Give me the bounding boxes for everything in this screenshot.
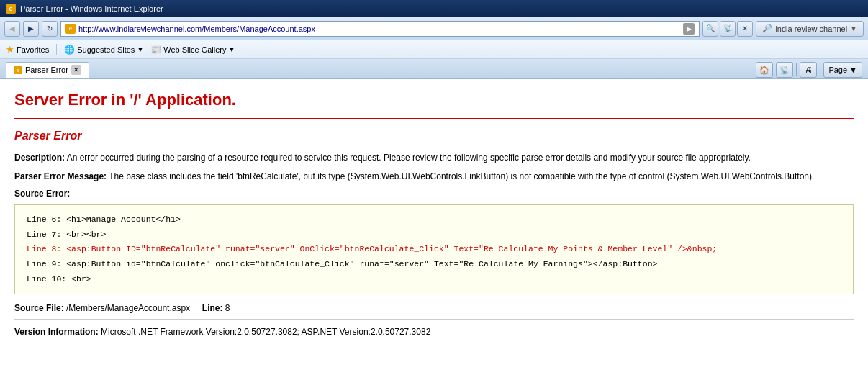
stop-button[interactable]: ✕ bbox=[737, 21, 753, 37]
version-info-label: Version Information: bbox=[14, 327, 99, 337]
rss-button[interactable]: 📡 bbox=[720, 21, 736, 37]
server-error-title: Server Error in '/' Application. bbox=[14, 91, 854, 119]
rss-feed-button[interactable]: 📡 bbox=[776, 62, 793, 78]
active-tab[interactable]: e Parser Error ✕ bbox=[6, 62, 89, 78]
tab-bar: e Parser Error ✕ 🏠 📡 🖨 Page ▼ bbox=[0, 59, 868, 79]
separator2 bbox=[820, 63, 820, 76]
nav-right-buttons: 🔍 📡 ✕ bbox=[702, 21, 753, 37]
tab-label: Parser Error bbox=[25, 66, 68, 74]
description-label: Description: bbox=[14, 153, 65, 163]
print-button[interactable]: 🖨 bbox=[800, 62, 817, 78]
home-button[interactable]: 🏠 bbox=[756, 62, 773, 78]
address-bar[interactable]: e http://www.indiareviewchannel.com/Memb… bbox=[60, 21, 700, 37]
favorites-bar: ★ Favorites 🌐 Suggested Sites ▼ 📰 Web Sl… bbox=[0, 40, 868, 59]
url-text: http://www.indiareviewchannel.com/Member… bbox=[78, 24, 680, 33]
separator bbox=[796, 63, 797, 76]
search-text: india review channel bbox=[775, 24, 847, 33]
ie-icon: e bbox=[6, 4, 16, 14]
window-title: Parser Error - Windows Internet Explorer bbox=[20, 4, 163, 13]
content-area: Server Error in '/' Application. Parser … bbox=[0, 79, 868, 367]
source-line-number: 8 bbox=[225, 303, 230, 313]
parser-error-message-label: Parser Error Message: bbox=[14, 171, 107, 181]
globe-icon: 🌐 bbox=[64, 45, 75, 55]
page-dropdown-icon: ▼ bbox=[849, 66, 857, 74]
version-info-text: Microsoft .NET Framework Version:2.0.507… bbox=[101, 327, 430, 337]
star-icon: ★ bbox=[6, 44, 14, 55]
forward-button[interactable]: ▶ bbox=[23, 21, 39, 37]
suggested-sites-button[interactable]: 🌐 Suggested Sites ▼ bbox=[64, 45, 143, 55]
code-line: Line 9: <asp:Button id="btnCalculate" on… bbox=[27, 257, 841, 272]
code-line: Line 7: <br><br> bbox=[27, 227, 841, 243]
version-info: Version Information: Microsoft .NET Fram… bbox=[14, 327, 854, 337]
page-label: Page bbox=[828, 66, 847, 74]
source-info: Source File: /Members/ManageAccount.aspx… bbox=[14, 303, 854, 320]
web-slice-dropdown-icon: ▼ bbox=[229, 46, 235, 53]
source-file-path: /Members/ManageAccount.aspx bbox=[66, 303, 190, 313]
suggested-sites-label: Suggested Sites bbox=[77, 45, 135, 54]
source-line-label: Line: bbox=[202, 303, 223, 313]
rss-icon: 📰 bbox=[150, 45, 161, 55]
title-bar: e Parser Error - Windows Internet Explor… bbox=[0, 0, 868, 17]
search-logo: 🔎 bbox=[762, 24, 772, 33]
go-button[interactable]: ▶ bbox=[683, 23, 695, 35]
favorites-label: Favorites bbox=[17, 45, 49, 54]
suggested-dropdown-icon: ▼ bbox=[137, 46, 143, 53]
parser-error-message-text: The base class includes the field 'btnRe… bbox=[109, 171, 814, 181]
refresh-button[interactable]: ↻ bbox=[42, 21, 58, 37]
code-line: Line 10: <br> bbox=[27, 272, 841, 287]
description-text: An error occurred during the parsing of … bbox=[67, 153, 751, 163]
description-block: Description: An error occurred during th… bbox=[14, 151, 854, 164]
web-slice-label: Web Slice Gallery bbox=[163, 45, 226, 54]
tab-favicon: e bbox=[14, 66, 22, 74]
code-line: Line 8: <asp:Button ID="btnReCalculate" … bbox=[27, 242, 841, 257]
source-error-label: Source Error: bbox=[14, 189, 854, 199]
web-slice-button[interactable]: 📰 Web Slice Gallery ▼ bbox=[150, 45, 235, 55]
page-icon: e bbox=[65, 24, 76, 34]
nav-bar: ◀ ▶ ↻ e http://www.indiareviewchannel.co… bbox=[0, 17, 868, 40]
page-button[interactable]: Page ▼ bbox=[823, 62, 862, 78]
favorites-button[interactable]: ★ Favorites bbox=[6, 44, 49, 55]
search-dropdown-icon[interactable]: ▼ bbox=[850, 24, 857, 32]
search-bar[interactable]: 🔎 india review channel ▼ bbox=[756, 21, 864, 37]
parser-error-message-block: Parser Error Message: The base class inc… bbox=[14, 170, 854, 183]
parser-error-heading: Parser Error bbox=[14, 130, 854, 143]
divider bbox=[56, 44, 57, 55]
back-button[interactable]: ◀ bbox=[4, 21, 20, 37]
code-line: Line 6: <h1>Manage Account</h1> bbox=[27, 212, 841, 227]
search-button[interactable]: 🔍 bbox=[702, 21, 718, 37]
toolbar-right: 🏠 📡 🖨 Page ▼ bbox=[756, 62, 862, 78]
source-file-label: Source File: bbox=[14, 303, 64, 313]
code-block: Line 6: <h1>Manage Account</h1>Line 7: <… bbox=[14, 204, 854, 294]
tab-close-button[interactable]: ✕ bbox=[71, 65, 81, 75]
